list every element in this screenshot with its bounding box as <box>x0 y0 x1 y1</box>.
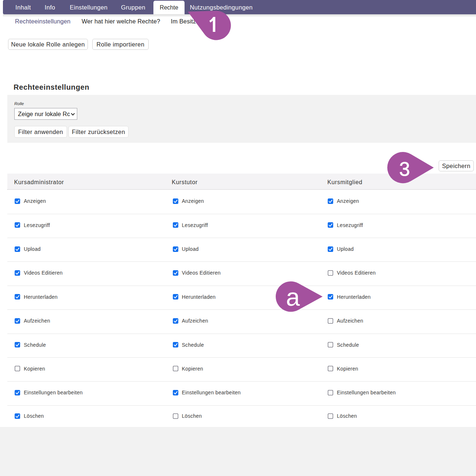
svg-text:a: a <box>286 283 300 311</box>
svg-text:3: 3 <box>399 158 410 180</box>
